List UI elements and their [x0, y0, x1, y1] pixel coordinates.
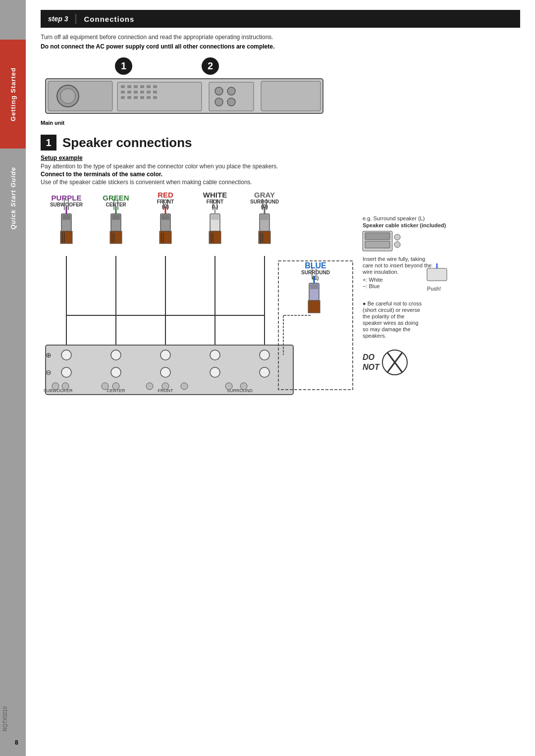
svg-point-94: [61, 350, 71, 360]
diagram-number-1: 1: [115, 57, 132, 75]
getting-started-tab: Getting Started: [0, 40, 26, 149]
svg-text:⊕: ⊕: [46, 351, 52, 359]
svg-rect-42: [62, 215, 70, 220]
svg-rect-14: [140, 91, 144, 94]
svg-rect-8: [140, 85, 144, 88]
svg-rect-20: [140, 96, 144, 99]
step-header: step 3 Connections: [41, 10, 520, 28]
speaker-diagram-svg: PURPLE SUBWOOFER GREEN CENTER RED FRONT …: [41, 192, 521, 404]
svg-rect-10: [153, 85, 157, 88]
svg-rect-6: [127, 85, 131, 88]
svg-point-26: [215, 98, 223, 106]
svg-rect-15: [147, 91, 151, 94]
svg-point-111: [102, 383, 108, 390]
svg-point-3: [60, 89, 75, 103]
svg-rect-50: [112, 215, 120, 220]
svg-text:Push!: Push!: [427, 286, 441, 292]
svg-text:DO: DO: [363, 353, 375, 361]
svg-text:SURROUND: SURROUND: [301, 270, 330, 275]
main-unit-svg: [41, 76, 328, 118]
svg-rect-9: [147, 85, 151, 88]
main-unit-label: Main unit: [41, 120, 520, 126]
label-purple: PURPLE: [52, 194, 82, 202]
svg-point-103: [210, 367, 220, 377]
diagram-numbers: 1 2: [115, 57, 520, 75]
speaker-diagram: PURPLE SUBWOOFER GREEN CENTER RED FRONT …: [41, 192, 521, 400]
svg-rect-22: [153, 96, 157, 99]
svg-text:so may damage the: so may damage the: [363, 326, 411, 332]
svg-rect-17: [121, 96, 125, 99]
step-number: step 3: [48, 15, 68, 23]
svg-rect-13: [134, 91, 138, 94]
svg-rect-135: [365, 241, 390, 248]
svg-text:SUBWOOFER: SUBWOOFER: [43, 388, 73, 393]
svg-point-116: [225, 383, 232, 390]
svg-rect-23: [209, 82, 254, 111]
svg-point-109: [52, 383, 59, 390]
page-number: 8: [15, 739, 18, 746]
svg-text:RED: RED: [158, 192, 173, 199]
svg-rect-12: [127, 91, 131, 94]
svg-text:care not to insert beyond the: care not to insert beyond the: [363, 262, 431, 268]
svg-text:GRAY: GRAY: [254, 192, 275, 199]
svg-rect-21: [147, 96, 151, 99]
svg-point-27: [227, 98, 235, 106]
getting-started-label: Getting Started: [9, 67, 17, 121]
svg-rect-58: [161, 215, 169, 220]
svg-point-112: [112, 383, 119, 390]
svg-point-115: [181, 383, 188, 390]
section1-title-area: 1 Speaker connections: [41, 135, 520, 151]
svg-rect-19: [134, 96, 138, 99]
svg-point-113: [146, 383, 153, 390]
svg-rect-18: [127, 96, 131, 99]
svg-text:● Be careful not to cross: ● Be careful not to cross: [363, 301, 422, 306]
svg-text:Insert the wire fully, taking: Insert the wire fully, taking: [363, 256, 425, 262]
svg-text:e.g. Surround speaker (L): e.g. Surround speaker (L): [363, 215, 425, 221]
svg-point-98: [260, 350, 269, 360]
sidebar: Getting Started Quick Start Guide: [0, 0, 26, 756]
svg-rect-124: [310, 284, 318, 289]
header-divider: [75, 14, 76, 24]
svg-text:BLUE: BLUE: [305, 261, 326, 270]
svg-point-104: [260, 367, 269, 377]
svg-rect-16: [153, 91, 157, 94]
svg-point-114: [162, 383, 169, 390]
svg-point-97: [210, 350, 220, 360]
instruction-line1: Turn off all equipment before connection…: [41, 34, 520, 41]
svg-text:speakers.: speakers.: [363, 333, 386, 339]
svg-text:NOT: NOT: [363, 363, 380, 371]
svg-text:WHITE: WHITE: [203, 192, 227, 199]
svg-rect-128: [308, 301, 320, 313]
svg-rect-7: [134, 85, 138, 88]
instruction-line2: Do not connect the AC power supply cord …: [41, 43, 520, 50]
svg-text:Speaker cable sticker (include: Speaker cable sticker (included): [363, 222, 446, 228]
svg-text:−: Blue: −: Blue: [363, 283, 380, 289]
diagram-number-2: 2: [202, 57, 219, 75]
svg-point-25: [227, 87, 235, 95]
svg-rect-28: [261, 81, 321, 111]
svg-text:the polarity of the: the polarity of the: [363, 313, 404, 319]
svg-point-136: [394, 234, 400, 240]
svg-text:speaker wires as doing: speaker wires as doing: [363, 320, 419, 326]
main-unit-area: 1 2: [41, 57, 520, 126]
svg-text:⊖: ⊖: [46, 368, 52, 376]
svg-text:(short circuit) or reverse: (short circuit) or reverse: [363, 307, 420, 313]
setup-example-title: Setup example: [41, 154, 520, 161]
svg-text:+: White: +: White: [363, 277, 383, 283]
setup-text2: Connect to the terminals of the same col…: [41, 171, 520, 178]
step-title: Connections: [84, 15, 134, 23]
section1-number: 1: [41, 135, 56, 151]
quick-start-label: Quick Start Guide: [9, 167, 17, 230]
svg-point-101: [111, 367, 121, 377]
svg-point-95: [111, 350, 121, 360]
svg-point-96: [160, 350, 170, 360]
svg-point-117: [240, 383, 247, 390]
svg-rect-134: [365, 233, 390, 240]
setup-text3: Use of the speaker cable stickers is con…: [41, 179, 520, 186]
quick-start-tab: Quick Start Guide: [0, 149, 26, 248]
svg-point-102: [160, 367, 170, 377]
main-content: step 3 Connections Turn off all equipmen…: [26, 0, 535, 756]
svg-rect-5: [121, 85, 125, 88]
svg-text:wire insulation.: wire insulation.: [362, 269, 399, 275]
svg-rect-66: [211, 215, 219, 220]
